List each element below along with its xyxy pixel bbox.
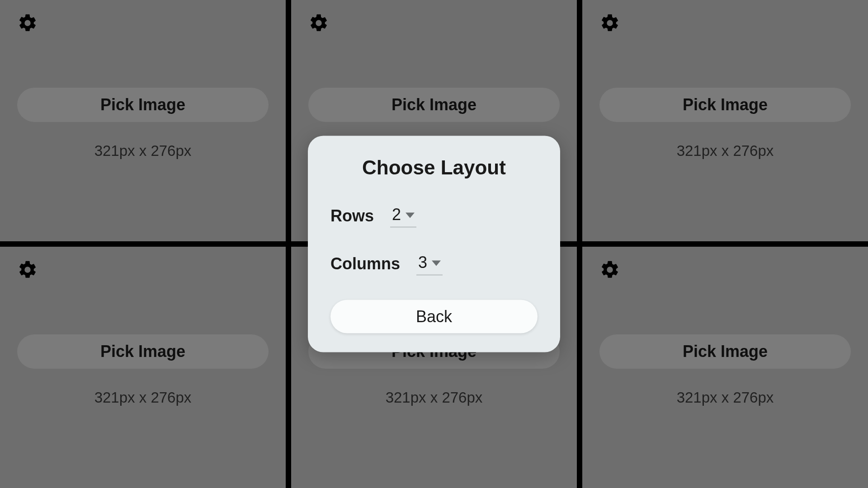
rows-field: Rows 2	[330, 204, 538, 228]
columns-dropdown[interactable]: 3	[416, 252, 443, 276]
columns-label: Columns	[330, 254, 400, 273]
chevron-down-icon	[432, 261, 441, 266]
chevron-down-icon	[406, 213, 415, 218]
choose-layout-dialog: Choose Layout Rows 2 Columns 3 Back	[308, 136, 560, 352]
columns-field: Columns 3	[330, 252, 538, 276]
columns-value: 3	[418, 253, 427, 272]
rows-dropdown[interactable]: 2	[390, 204, 416, 228]
rows-value: 2	[392, 205, 401, 224]
rows-label: Rows	[330, 206, 374, 225]
back-button[interactable]: Back	[330, 300, 538, 333]
dialog-title: Choose Layout	[330, 156, 538, 179]
